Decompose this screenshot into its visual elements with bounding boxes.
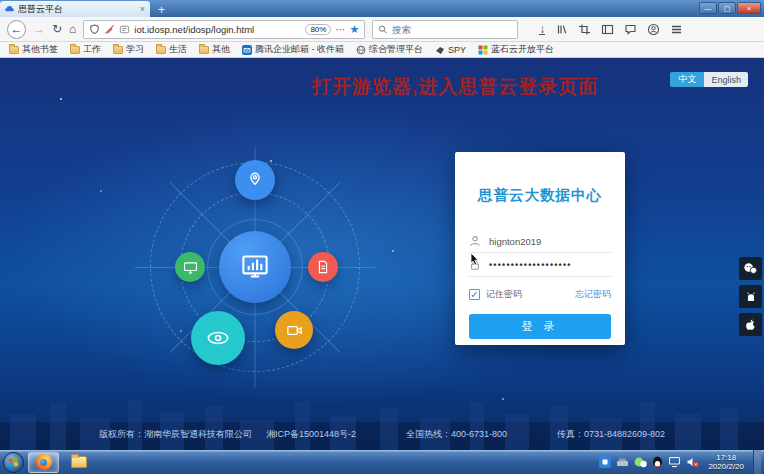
bookmark-spy[interactable]: SPY <box>435 45 466 55</box>
mouse-cursor-icon <box>469 252 481 266</box>
windows-taskbar: 17:18 2020/2/20 <box>0 450 764 474</box>
bookmark-folder-other-bookmarks[interactable]: 其他书签 <box>9 43 58 56</box>
username-value[interactable]: hignton2019 <box>489 236 541 247</box>
footer-fax: 传真：0731-84882609-802 <box>557 428 665 441</box>
login-card: 思普云大数据中心 hignton2019 •••••••••••••••••••… <box>455 152 625 345</box>
screenshot-icon[interactable] <box>578 23 591 36</box>
taskbar-firefox-button[interactable] <box>28 452 59 473</box>
new-tab-button[interactable]: + <box>158 3 165 17</box>
library-icon[interactable] <box>555 23 568 36</box>
url-bar[interactable]: iot.idosp.net/idosp/login.html 80% ⋯ ★ <box>83 20 365 39</box>
account-icon[interactable] <box>647 23 660 36</box>
site-favicon-icon <box>5 5 14 14</box>
arrow-badge-icon <box>435 45 445 55</box>
remember-label: 记住密码 <box>486 288 522 301</box>
dashboard-node <box>219 231 291 303</box>
vision-node <box>191 311 245 365</box>
apple-icon <box>744 318 757 332</box>
ios-app-button[interactable] <box>739 313 762 336</box>
bookmark-star-icon[interactable]: ★ <box>349 23 359 36</box>
download-icon[interactable]: ↓ <box>539 24 545 35</box>
background-stars <box>60 98 62 100</box>
footer-hotline: 全国热线：400-6731-800 <box>406 428 507 441</box>
home-button[interactable]: ⌂ <box>69 23 76 35</box>
navigation-toolbar: ← → ↻ ⌂ iot.idosp.net/idosp/login.html 8… <box>0 17 764 42</box>
messages-icon[interactable] <box>624 23 637 36</box>
screen-icon <box>182 259 199 276</box>
bookmark-admin-platform[interactable]: 综合管理平台 <box>356 43 423 56</box>
eye-icon <box>204 324 232 352</box>
taskbar-explorer-button[interactable] <box>63 452 94 473</box>
tab-title: 思普云平台 <box>18 3 136 16</box>
tray-app-icon[interactable] <box>599 456 611 468</box>
tray-volume-muted-icon[interactable] <box>686 456 699 468</box>
tray-network-icon[interactable] <box>668 456 681 468</box>
bookmark-folder-misc[interactable]: 其他 <box>199 43 230 56</box>
blocked-content-icon[interactable] <box>104 24 115 35</box>
user-icon <box>469 235 481 247</box>
close-button[interactable]: × <box>737 2 761 14</box>
search-input[interactable] <box>392 24 512 35</box>
wechat-button[interactable] <box>739 257 762 280</box>
menu-icon[interactable] <box>670 23 683 36</box>
firefox-icon <box>36 454 52 470</box>
monitor-node <box>175 252 205 282</box>
taskbar-clock[interactable]: 17:18 2020/2/20 <box>708 453 744 471</box>
username-field[interactable]: hignton2019 <box>469 229 611 253</box>
login-page: 打开游览器,进入思普云登录页面 中文 English <box>0 58 764 450</box>
folder-icon <box>156 46 166 54</box>
login-title: 思普云大数据中心 <box>469 186 611 205</box>
explorer-folder-icon <box>71 456 87 468</box>
start-button[interactable] <box>3 452 24 473</box>
folder-icon <box>113 46 123 54</box>
tray-device-icon[interactable] <box>616 457 629 468</box>
login-button[interactable]: 登 录 <box>469 314 611 339</box>
dashboard-monitor-icon <box>236 248 274 286</box>
forward-button[interactable]: → <box>33 23 45 35</box>
back-button[interactable]: ← <box>7 20 26 39</box>
toolbar-buttons: ↓ <box>539 23 683 36</box>
sidebar-icon[interactable] <box>601 23 614 36</box>
globe-icon <box>356 45 366 55</box>
browser-tab[interactable]: 思普云平台 × <box>0 1 150 17</box>
video-node <box>275 311 313 349</box>
password-field[interactable]: ••••••••••••••••••• <box>469 253 611 277</box>
search-box[interactable] <box>372 20 518 39</box>
page-actions-icon[interactable]: ⋯ <box>335 24 345 35</box>
folder-icon <box>70 46 80 54</box>
restore-button[interactable]: ▢ <box>718 2 736 14</box>
bookmark-folder-work[interactable]: 工作 <box>70 43 101 56</box>
browser-titlebar: 思普云平台 × + — ▢ × <box>0 0 764 17</box>
permissions-icon[interactable] <box>119 24 130 35</box>
tray-qq-icon[interactable] <box>652 456 663 468</box>
language-toggle: 中文 English <box>670 72 748 87</box>
city-skyline <box>0 392 764 450</box>
password-masked-value[interactable]: ••••••••••••••••••• <box>489 260 572 270</box>
remember-row: ✓ 记住密码 忘记密码 <box>469 288 611 301</box>
url-text[interactable]: iot.idosp.net/idosp/login.html <box>134 24 301 35</box>
report-node <box>308 252 338 282</box>
show-desktop-button[interactable] <box>753 450 761 474</box>
bookmark-folder-life[interactable]: 生活 <box>156 43 187 56</box>
forgot-password-link[interactable]: 忘记密码 <box>575 288 611 301</box>
footer-copyright: 版权所有：湖南华辰智通科技有限公司 <box>99 428 252 441</box>
floating-contact-buttons <box>739 257 762 336</box>
search-icon <box>378 24 388 35</box>
language-chinese-button[interactable]: 中文 <box>670 72 704 87</box>
shield-icon[interactable] <box>89 24 100 35</box>
zoom-level-badge[interactable]: 80% <box>305 24 331 35</box>
bookmark-lanshi-cloud[interactable]: 蓝石云开放平台 <box>478 43 554 56</box>
android-app-button[interactable] <box>739 285 762 308</box>
reload-button[interactable]: ↻ <box>52 23 62 35</box>
map-node <box>235 160 275 200</box>
tray-wechat-icon[interactable] <box>634 457 647 468</box>
remember-checkbox[interactable]: ✓ <box>469 289 480 300</box>
tab-close-icon[interactable]: × <box>140 4 145 14</box>
minimize-button[interactable]: — <box>699 2 717 14</box>
page-footer: 版权所有：湖南华辰智通科技有限公司 湘ICP备15001448号-2 全国热线：… <box>0 428 764 441</box>
folder-icon <box>9 46 19 54</box>
clock-time: 17:18 <box>708 453 744 462</box>
bookmark-folder-study[interactable]: 学习 <box>113 43 144 56</box>
language-english-button[interactable]: English <box>704 72 748 87</box>
bookmark-tencent-mail[interactable]: 腾讯企业邮箱 - 收件箱 <box>242 43 344 56</box>
